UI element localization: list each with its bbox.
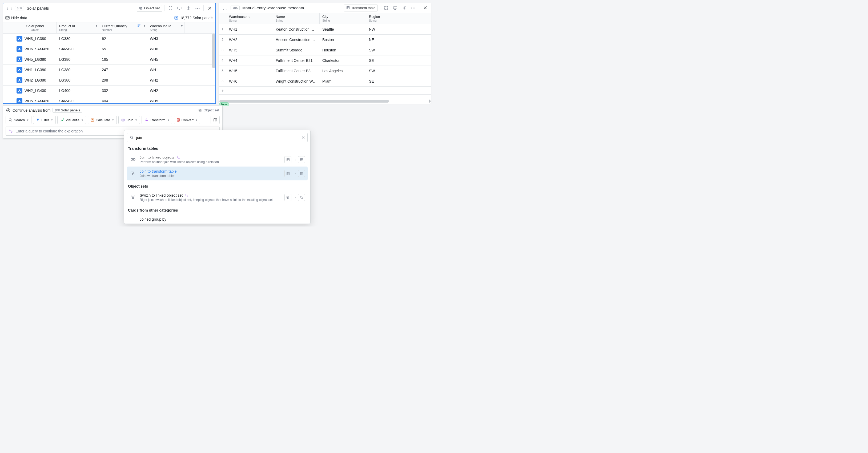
table-row[interactable]: WH1_LG380LG380247WH1	[3, 65, 215, 75]
close-icon[interactable]	[206, 4, 213, 12]
close-icon[interactable]	[302, 136, 305, 139]
linked-objects-icon	[130, 158, 136, 162]
cell-wh-region: SE	[366, 58, 413, 63]
tool-convert[interactable]: Convert▾	[174, 116, 200, 124]
col-warehouse-id[interactable]: Warehouse Id String ▾	[147, 22, 184, 33]
tool-transform[interactable]: Transform▾	[142, 116, 172, 124]
scrollbar-vertical[interactable]	[212, 34, 215, 103]
col-wh-id[interactable]: Warehouse Id String	[226, 13, 273, 24]
table-row[interactable]: WH5_SAM420SAM420404WH5	[3, 96, 215, 103]
table-row[interactable]: 6WH6Wright Construction Wa…MiamiSE	[219, 76, 431, 87]
chevron-down-icon[interactable]: ▾	[96, 24, 97, 28]
object-set-button[interactable]: Object set	[137, 5, 162, 12]
table-in-icon	[284, 156, 291, 163]
col-wh-region[interactable]: Region String	[366, 13, 413, 24]
pop-item-join-transform-table[interactable]: Join to transform table Join two transfo…	[127, 166, 308, 181]
drag-handle-icon[interactable]: ⋮⋮	[5, 6, 13, 10]
svg-point-40	[131, 196, 132, 197]
transform-table-button[interactable]: Transform table	[344, 4, 378, 11]
cell-wh-city: Charleston	[320, 58, 366, 63]
sort-asc-icon[interactable]	[137, 24, 141, 27]
analysis-source-pill[interactable]: $BR Solar panels	[53, 108, 82, 113]
table-row[interactable]: 5WH5Fulfillment Center B3Los AngelesSW	[219, 66, 431, 76]
plus-icon[interactable]: +	[219, 89, 226, 93]
scrollbar-horizontal[interactable]	[219, 100, 426, 103]
present-icon[interactable]	[176, 4, 183, 12]
object-badge-icon	[17, 57, 22, 62]
table-row[interactable]: WH6_SAM420SAM42065WH6	[3, 44, 215, 54]
table-row[interactable]: 3WH3Summit StorageHoustonSW	[219, 45, 431, 56]
expand-icon[interactable]	[166, 4, 174, 12]
table-row[interactable]: WH2_LG380LG380298WH2	[3, 75, 215, 86]
svg-point-12	[19, 58, 20, 60]
cell-rownum: 6	[219, 76, 226, 86]
chevron-down-icon[interactable]: ▾	[144, 24, 145, 28]
cell-qty: 404	[99, 99, 147, 103]
object-count-icon	[174, 16, 178, 20]
chip-br: $BR	[15, 6, 24, 10]
svg-point-14	[19, 79, 20, 80]
present-icon[interactable]	[391, 4, 399, 12]
pop-item-title: Join to linked objects	[140, 155, 174, 160]
tool-calculate[interactable]: Calculate▾	[88, 116, 117, 124]
pop-item-rhs: →	[284, 194, 305, 201]
expand-icon[interactable]	[382, 4, 390, 12]
gear-icon[interactable]	[400, 4, 408, 12]
pop-item-joined-group-by[interactable]: Joined group by	[127, 215, 308, 221]
col-wh-name[interactable]: Name String	[273, 13, 320, 24]
table-header-left: Solar panel Object Product Id String ▾ C…	[3, 22, 215, 34]
svg-point-5	[197, 8, 198, 8]
pop-item-rhs: →	[284, 156, 305, 163]
table-body-right: 1WH1Keaton Construction Wa…SeattleNW2WH2…	[219, 24, 431, 87]
cell-wh-city: Los Angeles	[320, 69, 366, 73]
more-icon[interactable]	[194, 4, 201, 12]
gear-icon[interactable]	[185, 4, 192, 12]
table-row[interactable]: 2WH2Hessen Construction W…BostonNE	[219, 35, 431, 45]
hide-data-label[interactable]: Hide data	[11, 16, 27, 20]
col-wh-city[interactable]: City String	[320, 13, 366, 24]
table-row[interactable]: WH5_LG380LG380165WH5	[3, 54, 215, 65]
layers-icon	[198, 108, 202, 112]
pop-item-join-linked-objects[interactable]: Join to linked objects Perform an inner …	[127, 153, 308, 166]
col-product-id[interactable]: Product Id String ▾	[57, 22, 99, 33]
hide-data-icon	[5, 16, 9, 20]
panel-warehouse-metadata: ⋮⋮ $BS Manual-entry warehouse metadata T…	[219, 3, 431, 104]
scrollbar-thumb[interactable]	[212, 34, 215, 68]
pop-item-switch-linked[interactable]: Switch to linked object set Right join: …	[127, 191, 308, 204]
svg-point-9	[176, 17, 177, 19]
popover-search-input[interactable]	[136, 135, 299, 140]
tool-visualize[interactable]: Visualize▾	[57, 116, 86, 124]
tool-search[interactable]: Search▾	[6, 116, 31, 124]
cell-wh: WH2	[147, 89, 184, 93]
close-icon[interactable]	[422, 4, 429, 12]
table-out-icon	[298, 156, 305, 163]
svg-point-21	[413, 7, 413, 8]
svg-rect-17	[347, 7, 349, 9]
arrow-right-icon: →	[293, 196, 297, 200]
scrollbar-thumb[interactable]	[219, 100, 389, 103]
cell-wh-id: WH1	[226, 27, 273, 31]
tool-join[interactable]: Join▾	[118, 116, 140, 124]
table-row[interactable]: WH3_LG380LG38062WH3	[3, 34, 215, 44]
table-body-left: WH3_LG380LG38062WH3WH6_SAM420SAM42065WH6…	[3, 34, 215, 103]
tool-docs[interactable]	[211, 116, 220, 124]
drag-handle-icon[interactable]: ⋮⋮	[221, 6, 229, 10]
tool-filter[interactable]: Filter▾	[33, 116, 56, 124]
add-row[interactable]: +	[219, 87, 431, 95]
popover-search[interactable]	[127, 133, 308, 142]
cell-wh-id: WH2	[226, 38, 273, 42]
chevron-down-icon[interactable]: ▾	[181, 24, 183, 28]
cell-wh: WH5	[147, 57, 184, 62]
more-icon[interactable]	[409, 4, 417, 12]
table-row[interactable]: 4WH4Fulfillment Center B21CharlestonSE	[219, 56, 431, 66]
svg-rect-38	[286, 172, 289, 174]
table-row[interactable]: WH2_LG400LG400332WH2	[3, 86, 215, 96]
query-placeholder: Enter a query to continue the exploratio…	[16, 129, 83, 133]
book-icon	[213, 118, 217, 122]
col-solar-panel[interactable]: Solar panel Object	[3, 22, 57, 33]
resize-handle-icon[interactable]: ◢	[427, 99, 431, 103]
table-row[interactable]: 1WH1Keaton Construction Wa…SeattleNW	[219, 24, 431, 35]
cell-wh-id: WH6	[226, 79, 273, 84]
col-current-quantity[interactable]: Current Quantity Number ▾	[99, 22, 147, 33]
analysis-header-label: Continue analysis from	[12, 108, 51, 112]
